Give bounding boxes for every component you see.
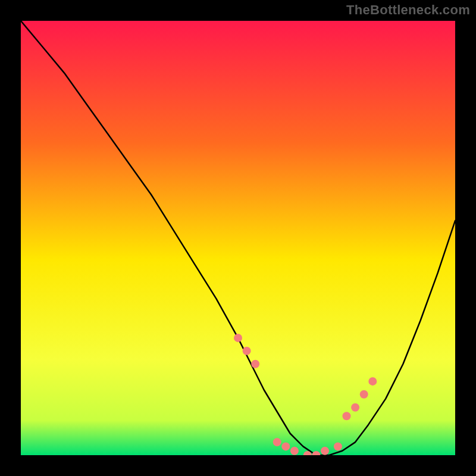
marker-point xyxy=(368,377,377,386)
marker-point xyxy=(351,403,359,412)
chart-svg xyxy=(21,21,455,455)
chart-container: TheBottleneck.com xyxy=(0,0,476,476)
marker-point xyxy=(234,334,242,342)
marker-point xyxy=(273,438,281,446)
marker-point xyxy=(251,360,259,368)
marker-point xyxy=(343,412,351,420)
marker-point xyxy=(334,442,342,450)
marker-point xyxy=(281,442,290,450)
marker-point xyxy=(360,390,368,399)
marker-point xyxy=(243,347,251,355)
marker-point xyxy=(321,447,329,455)
watermark-text: TheBottleneck.com xyxy=(346,2,470,18)
marker-point xyxy=(290,447,299,455)
plot-area xyxy=(21,21,455,455)
